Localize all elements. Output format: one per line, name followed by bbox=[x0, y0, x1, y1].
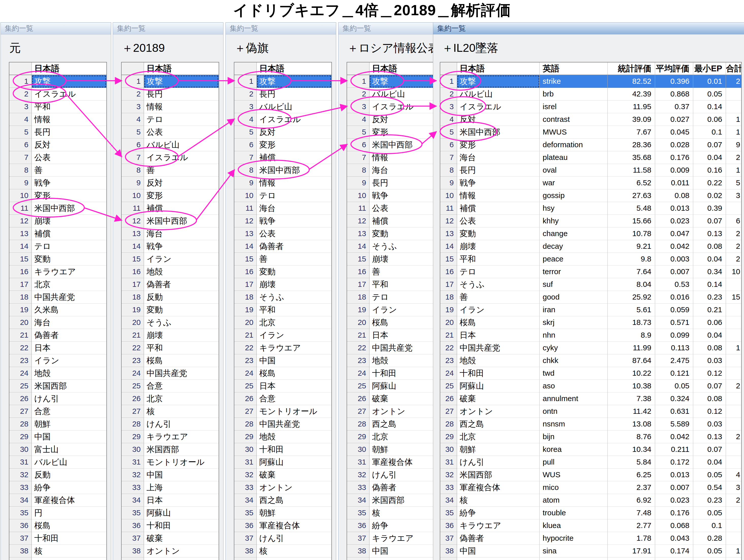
total-cell[interactable] bbox=[726, 202, 741, 215]
row-number-cell[interactable]: 16 bbox=[347, 265, 369, 278]
term-cell[interactable]: 合意 bbox=[257, 393, 331, 405]
stat-eval-cell[interactable]: 11.99 bbox=[608, 342, 655, 354]
term-cell[interactable]: 核 bbox=[144, 405, 219, 418]
row-number-cell[interactable]: 23 bbox=[347, 354, 369, 367]
row-number-cell[interactable]: 29 bbox=[347, 431, 369, 443]
row-number-cell[interactable]: 27 bbox=[9, 405, 32, 418]
term-cell[interactable]: けん引 bbox=[457, 456, 540, 469]
english-cell[interactable]: twd bbox=[540, 367, 608, 380]
column-header-total-cell[interactable]: 合計 bbox=[726, 63, 741, 75]
english-cell[interactable]: terror bbox=[540, 265, 608, 278]
english-cell[interactable]: nsnsm bbox=[540, 418, 608, 431]
row-number-cell[interactable]: 3 bbox=[234, 101, 257, 113]
term-cell[interactable]: 米国中西部 bbox=[32, 202, 106, 215]
row-number-cell[interactable]: 24 bbox=[347, 367, 369, 380]
stat-eval-cell[interactable]: 8.04 bbox=[608, 278, 655, 291]
total-cell[interactable] bbox=[726, 507, 741, 519]
term-cell[interactable]: けん引 bbox=[144, 418, 219, 431]
row-number-cell[interactable]: 37 bbox=[9, 532, 32, 545]
term-cell[interactable]: テロ bbox=[457, 265, 540, 278]
row-number-cell[interactable]: 17 bbox=[347, 278, 369, 291]
row-number-cell[interactable]: 31 bbox=[440, 456, 457, 469]
row-number-cell[interactable]: 10 bbox=[122, 189, 144, 202]
corner-header-cell[interactable] bbox=[9, 63, 32, 75]
total-cell[interactable]: 2 bbox=[726, 253, 741, 265]
english-cell[interactable]: mico bbox=[540, 481, 608, 494]
term-cell[interactable]: 北京 bbox=[257, 316, 331, 329]
stat-eval-cell[interactable]: 27.63 bbox=[608, 189, 655, 202]
term-cell[interactable]: 阿蘇山 bbox=[257, 456, 331, 469]
stat-eval-cell[interactable]: 10.38 bbox=[608, 380, 655, 393]
row-number-cell[interactable]: 34 bbox=[9, 494, 32, 507]
column-header-min-ep-cell[interactable]: 最小EP bbox=[693, 63, 726, 75]
stat-eval-cell[interactable]: 17.91 bbox=[608, 545, 655, 557]
total-cell[interactable]: 4 bbox=[726, 469, 741, 481]
term-cell[interactable]: 反動 bbox=[32, 469, 106, 481]
avg-eval-cell[interactable]: 0.059 bbox=[655, 304, 693, 316]
total-cell[interactable] bbox=[726, 354, 741, 367]
row-number-cell[interactable]: 26 bbox=[347, 393, 369, 405]
total-cell[interactable] bbox=[726, 329, 741, 342]
term-cell[interactable]: 長円 bbox=[457, 164, 540, 177]
avg-eval-cell[interactable]: 0.028 bbox=[655, 139, 693, 151]
term-cell[interactable]: オントン bbox=[257, 481, 331, 494]
row-number-cell[interactable]: 1 bbox=[122, 75, 144, 88]
term-cell[interactable]: 海台 bbox=[257, 202, 331, 215]
avg-eval-cell[interactable]: 0.172 bbox=[655, 456, 693, 469]
min-ep-cell[interactable]: 0.54 bbox=[693, 481, 726, 494]
term-cell[interactable]: 偽善者 bbox=[457, 532, 540, 545]
row-number-cell[interactable]: 26 bbox=[440, 393, 457, 405]
row-number-cell[interactable]: 24 bbox=[234, 367, 257, 380]
total-cell[interactable]: 3 bbox=[726, 189, 741, 202]
row-number-cell[interactable]: 30 bbox=[234, 443, 257, 456]
stat-eval-cell[interactable]: 18.73 bbox=[608, 316, 655, 329]
row-number-cell[interactable]: 6 bbox=[122, 139, 144, 151]
row-number-cell[interactable]: 14 bbox=[347, 240, 369, 253]
term-cell[interactable]: 軍産複合体 bbox=[257, 519, 331, 532]
total-cell[interactable] bbox=[726, 278, 741, 291]
row-number-cell[interactable]: 18 bbox=[440, 291, 457, 304]
english-cell[interactable]: bijn bbox=[540, 431, 608, 443]
avg-eval-cell[interactable]: 0.05 bbox=[655, 380, 693, 393]
avg-eval-cell[interactable]: 0.396 bbox=[655, 75, 693, 88]
total-cell[interactable] bbox=[726, 304, 741, 316]
total-cell[interactable]: 1 bbox=[726, 545, 741, 557]
row-number-cell[interactable]: 23 bbox=[122, 354, 144, 367]
row-number-cell[interactable]: 8 bbox=[234, 164, 257, 177]
avg-eval-cell[interactable]: 0.042 bbox=[655, 240, 693, 253]
row-number-cell[interactable]: 21 bbox=[440, 329, 457, 342]
english-cell[interactable]: korea bbox=[540, 443, 608, 456]
term-cell[interactable]: キラウエア bbox=[144, 431, 219, 443]
total-cell[interactable] bbox=[726, 88, 741, 101]
row-number-cell[interactable]: 35 bbox=[9, 507, 32, 519]
row-number-cell[interactable]: 21 bbox=[9, 329, 32, 342]
term-cell[interactable]: 日本 bbox=[257, 380, 331, 393]
row-number-cell[interactable]: 23 bbox=[9, 354, 32, 367]
avg-eval-cell[interactable]: 0.047 bbox=[655, 227, 693, 240]
total-cell[interactable] bbox=[726, 443, 741, 456]
row-number-cell[interactable]: 6 bbox=[234, 139, 257, 151]
min-ep-cell[interactable]: 0.05 bbox=[693, 469, 726, 481]
term-cell[interactable]: 日本 bbox=[457, 329, 540, 342]
row-number-cell[interactable]: 22 bbox=[440, 342, 457, 354]
min-ep-cell[interactable]: 0.34 bbox=[693, 265, 726, 278]
term-cell[interactable]: 軍産複合体 bbox=[32, 494, 106, 507]
min-ep-cell[interactable]: 0.12 bbox=[693, 405, 726, 418]
term-cell[interactable]: 円 bbox=[32, 507, 106, 519]
row-number-cell[interactable]: 16 bbox=[234, 265, 257, 278]
avg-eval-cell[interactable]: 0.068 bbox=[655, 519, 693, 532]
english-cell[interactable]: peace bbox=[540, 253, 608, 265]
term-cell[interactable]: 情報 bbox=[32, 113, 106, 126]
row-number-cell[interactable]: 23 bbox=[234, 354, 257, 367]
term-cell[interactable]: 情報 bbox=[144, 101, 219, 113]
english-cell[interactable]: brb bbox=[540, 88, 608, 101]
window-titlebar[interactable]: 集約一覧 bbox=[113, 23, 223, 35]
row-number-cell[interactable]: 12 bbox=[9, 215, 32, 227]
row-number-cell[interactable]: 10 bbox=[347, 189, 369, 202]
total-cell[interactable]: 1 bbox=[726, 342, 741, 354]
row-number-cell[interactable]: 19 bbox=[122, 304, 144, 316]
row-number-cell[interactable]: 7 bbox=[440, 151, 457, 164]
column-header-term[interactable]: 日本語 bbox=[257, 63, 331, 75]
english-cell[interactable]: contrast bbox=[540, 113, 608, 126]
term-cell[interactable]: 中国 bbox=[144, 469, 219, 481]
